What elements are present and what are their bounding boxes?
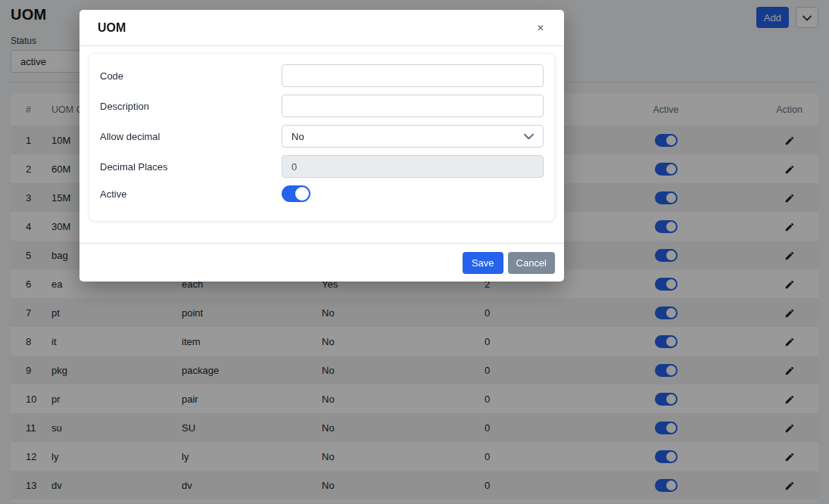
code-input[interactable] [282, 64, 544, 87]
active-label: Active [100, 188, 282, 200]
modal-title: UOM [98, 21, 126, 35]
active-toggle[interactable] [282, 185, 310, 202]
close-icon[interactable]: ✕ [534, 20, 547, 36]
toggle-knob [295, 187, 309, 201]
allow-decimal-select[interactable]: No [282, 125, 544, 148]
allow-decimal-value: No [291, 131, 304, 142]
code-label: Code [100, 70, 282, 82]
description-input[interactable] [282, 95, 544, 117]
allow-decimal-label: Allow decimal [100, 131, 282, 142]
modal-form-card: Code Description Allow decimal No Decima… [89, 53, 555, 222]
modal-footer: Save Cancel [79, 243, 564, 282]
uom-modal: UOM ✕ Code Description Allow decimal No [79, 10, 564, 282]
cancel-button[interactable]: Cancel [508, 252, 555, 274]
save-button[interactable]: Save [463, 252, 503, 274]
description-label: Description [100, 101, 282, 112]
modal-header: UOM ✕ [79, 10, 564, 46]
decimal-places-input [282, 155, 544, 178]
chevron-down-icon [524, 131, 534, 142]
modal-body: Code Description Allow decimal No Decima… [79, 46, 564, 243]
decimal-places-label: Decimal Places [100, 161, 282, 173]
